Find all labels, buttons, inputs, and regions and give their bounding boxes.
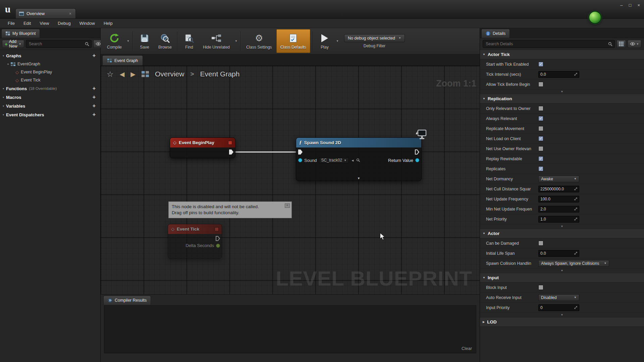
details-search-input[interactable] [485,41,607,47]
add-variable-button[interactable]: + [91,103,98,109]
section-functions[interactable]: ▾ Functions (18 Overridable) + [0,84,100,93]
checkbox-net-load-on-client[interactable]: ✓ [538,136,543,141]
compile-options-caret[interactable]: ▼ [125,28,131,54]
menu-view[interactable]: View [35,19,53,28]
property-matrix-button[interactable] [616,40,626,48]
checkbox-can-be-damaged[interactable] [538,241,543,246]
favorite-star-icon[interactable]: ☆ [107,70,114,79]
exec-in-pin[interactable] [298,149,303,155]
checkbox-replicates[interactable]: ✓ [538,166,543,171]
hide-unrelated-caret[interactable]: ▼ [233,28,239,54]
blueprint-search-input[interactable] [28,41,84,47]
checkbox-start-with-tick-enabled[interactable]: ✓ [538,62,543,67]
dropdown-net-dormancy[interactable]: Awake▼ [538,176,579,182]
minimize-button[interactable]: – [620,3,623,8]
clear-button[interactable]: Clear [462,346,472,351]
advanced-expander[interactable]: ▼ [480,224,644,229]
close-button[interactable]: × [637,3,640,8]
value-drag-icon[interactable] [574,306,577,309]
engine-status-icon[interactable] [588,11,602,24]
dropdown-auto-receive-input[interactable]: Disabled▼ [538,294,579,301]
number-field-net-priority[interactable]: 1.0 [538,216,579,223]
advanced-expander[interactable]: ▼ [480,313,644,317]
number-field-input-priority[interactable]: 0 [538,304,579,311]
add-dispatcher-button[interactable]: + [91,112,98,117]
number-field-min-net-update-frequen[interactable]: 2.0 [538,206,579,213]
dropdown-spawn-collision-handlin[interactable]: Always Spawn, Ignore Collisions▼ [538,260,609,267]
add-graph-button[interactable]: + [91,53,98,58]
save-button[interactable]: Save [135,28,155,54]
number-field-net-cull-distance-squar[interactable]: 225000000.0 [538,186,579,192]
checkbox-net-use-owner-relevan[interactable] [538,146,543,151]
play-options-caret[interactable]: ▼ [335,28,340,54]
note-options-icon[interactable]: ≡ [285,203,290,208]
breadcrumb-overview[interactable]: Overview [155,70,184,78]
advanced-expander[interactable]: ▼ [480,268,644,273]
section-variables[interactable]: ▾ Variables + [0,102,100,110]
graph-canvas[interactable]: ☆ ◀ ▶ Overview > Event Graph Zoom 1:1 LE… [101,66,480,294]
checkbox-replay-rewindable[interactable]: ✓ [538,156,543,161]
menu-window[interactable]: Window [75,19,99,28]
browse-button[interactable]: Browse [155,28,175,54]
tab-compiler-results[interactable]: Compiler Results [103,296,151,305]
tab-close-icon[interactable]: × [68,11,72,16]
exec-out-pin[interactable] [216,236,220,241]
section-macros[interactable]: ▾ Macros + [0,93,100,102]
menu-edit[interactable]: Edit [19,19,35,28]
value-drag-icon[interactable] [574,187,577,190]
add-new-button[interactable]: + Add New ▼ [2,40,24,48]
class-defaults-button[interactable]: Class Defaults [276,29,310,53]
section-header-input[interactable]: ▼Input [480,273,644,283]
node-spawn-sound-2d[interactable]: ƒ Spawn Sound 2D Sound SC_track02 [296,137,422,181]
tree-item-eventgraph[interactable]: ▾ EventGraph [0,60,100,68]
add-macro-button[interactable]: + [91,95,98,100]
section-graphs[interactable]: ▾ Graphs + [0,51,100,60]
debug-object-dropdown[interactable]: No debug object selected ▼ [344,34,405,42]
breadcrumb-event-graph[interactable]: Event Graph [200,70,240,78]
display-filter-button[interactable]: ▼ [628,40,641,48]
node-event-beginplay[interactable]: ◇ Event BeginPlay [170,137,235,158]
exec-out-pin[interactable] [415,149,419,155]
section-header-lod[interactable]: ▶LOD [480,317,644,327]
tree-item-event-tick[interactable]: ◇ Event Tick [0,76,100,84]
checkbox-replicate-movement[interactable] [538,126,543,131]
tab-event-graph[interactable]: Event Graph [102,55,143,65]
node-event-tick[interactable]: ◇ Event Tick Delta Seconds [168,224,222,259]
tab-details[interactable]: Details [481,29,510,38]
section-header-actor-tick[interactable]: ▼Actor Tick [480,50,644,59]
node-header[interactable]: ƒ Spawn Sound 2D [296,138,421,147]
node-header[interactable]: ◇ Event BeginPlay [170,138,235,147]
checkbox-allow-tick-before-begin[interactable] [538,82,543,87]
value-drag-icon[interactable] [574,207,577,210]
delta-seconds-pin[interactable] [216,244,220,248]
section-header-actor[interactable]: ▼Actor [480,229,644,238]
tab-my-blueprint[interactable]: My Blueprint [1,29,40,38]
add-function-button[interactable]: + [91,86,98,91]
class-settings-button[interactable]: ⚙ Class Settings [243,28,276,54]
sound-asset-dropdown[interactable]: SC_track02 ▼ [319,157,349,163]
play-button[interactable]: Play [315,28,335,54]
number-field-net-update-frequency[interactable]: 100.0 [538,196,579,202]
menu-debug[interactable]: Debug [53,19,75,28]
node-header[interactable]: ◇ Event Tick [168,224,222,234]
menu-file[interactable]: File [3,19,19,28]
menu-help[interactable]: Help [99,19,117,28]
section-header-replication[interactable]: ▼Replication [480,94,644,104]
advanced-expander[interactable]: ▼ [480,89,644,94]
browse-asset-icon[interactable] [356,158,360,162]
value-drag-icon[interactable] [574,252,577,255]
number-field-initial-life-span[interactable]: 0.0 [538,250,579,257]
return-value-pin[interactable] [415,158,419,162]
find-button[interactable]: Find [179,28,199,54]
value-drag-icon[interactable] [574,218,577,221]
compile-button[interactable]: Compile [103,28,125,54]
tree-item-event-beginplay[interactable]: ◇ Event BeginPlay [0,68,100,76]
section-event-dispatchers[interactable]: ▾ Event Dispatchers + [0,110,100,119]
sound-input-pin[interactable] [298,158,302,162]
maximize-button[interactable]: □ [629,3,632,8]
use-selected-asset-icon[interactable]: ◄ [351,159,354,162]
number-field-tick-interval-secs-[interactable]: 0.0 [538,71,579,78]
value-drag-icon[interactable] [574,73,577,76]
node-expand-icon[interactable]: ▼ [357,177,360,180]
value-drag-icon[interactable] [574,197,577,200]
